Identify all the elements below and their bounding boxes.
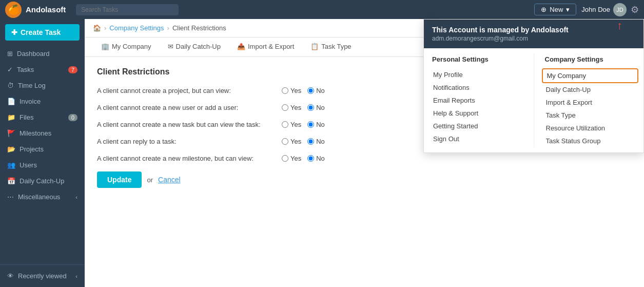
sidebar-item-users[interactable]: 👥 Users — [0, 157, 85, 173]
radio-no-label: No — [316, 138, 325, 145]
cancel-button[interactable]: Cancel — [158, 176, 181, 184]
chevron-down-icon: ▾ — [566, 6, 570, 13]
radio-group: Yes No — [282, 87, 325, 94]
new-button[interactable]: ⊕ New ▾ — [534, 4, 576, 15]
radio-yes-label: Yes — [290, 121, 301, 128]
catchup-tab-icon: ✉ — [168, 43, 173, 50]
personal-settings-title: Personal Settings — [429, 53, 526, 65]
create-task-button[interactable]: ✚ Create Task — [5, 24, 80, 41]
action-row: Update or Cancel — [97, 171, 632, 188]
top-navigation: 🍊 Andolasoft ⊕ New ▾ John Doe JD ⚙ ↑ Thi… — [0, 0, 644, 19]
radio-yes-label: Yes — [290, 138, 301, 145]
radio-no[interactable]: No — [307, 138, 325, 145]
update-button[interactable]: Update — [97, 171, 142, 188]
radio-input-yes[interactable] — [282, 121, 288, 128]
files-badge: 0 — [68, 114, 77, 121]
radio-input-yes[interactable] — [282, 155, 288, 162]
tab-task-type[interactable]: 📋 Task Type — [302, 37, 359, 56]
breadcrumb-sep2: › — [167, 24, 169, 32]
radio-yes[interactable]: Yes — [282, 138, 301, 145]
sidebar-label: Dashboard — [17, 50, 50, 58]
radio-no[interactable]: No — [307, 121, 325, 128]
sidebar-item-projects[interactable]: 📂 Projects — [0, 141, 85, 157]
sidebar-item-miscellaneous[interactable]: ⋯ Miscellaneous ‹ — [0, 189, 85, 205]
menu-my-profile[interactable]: My Profile — [429, 68, 526, 81]
menu-email-reports[interactable]: Email Reports — [429, 94, 526, 107]
tab-label: Task Type — [321, 43, 351, 50]
misc-icon: ⋯ — [7, 193, 14, 201]
company-settings-title: Company Settings — [542, 53, 639, 65]
radio-yes-label: Yes — [290, 104, 301, 111]
radio-no-label: No — [316, 121, 325, 128]
radio-no-label: No — [316, 104, 325, 111]
restriction-label: A client cannot create a new user or add… — [97, 104, 282, 111]
radio-no[interactable]: No — [307, 87, 325, 94]
radio-input-no[interactable] — [307, 138, 314, 145]
import-export-tab-icon: 📤 — [237, 43, 245, 50]
radio-input-no[interactable] — [307, 87, 314, 94]
search-input[interactable] — [76, 4, 179, 15]
tab-my-company[interactable]: 🏢 My Company — [93, 37, 160, 56]
app-logo[interactable]: 🍊 — [5, 2, 22, 18]
task-type-tab-icon: 📋 — [310, 43, 319, 50]
sidebar-item-milestones[interactable]: 🚩 Milestones — [0, 125, 85, 141]
menu-resource-utilization[interactable]: Resource Utilization — [542, 122, 639, 135]
tasks-icon: ✓ — [7, 66, 13, 73]
menu-getting-started[interactable]: Getting Started — [429, 120, 526, 132]
sidebar-nav: ⊞ Dashboard ✓ Tasks 7 ⏱ Time Log 📄 Invoi… — [0, 46, 85, 264]
dropdown-header: This Account is managed by Andolasoft ad… — [424, 20, 643, 48]
sidebar-item-tasks[interactable]: ✓ Tasks 7 — [0, 62, 85, 78]
sidebar-item-timelog[interactable]: ⏱ Time Log — [0, 78, 85, 93]
menu-daily-catchup[interactable]: Daily Catch-Up — [542, 83, 639, 96]
sidebar-item-invoice[interactable]: 📄 Invoice — [0, 93, 85, 109]
menu-notifications[interactable]: Notifications — [429, 81, 526, 94]
radio-input-yes[interactable] — [282, 138, 288, 145]
radio-yes[interactable]: Yes — [282, 155, 301, 162]
app-brand: Andolasoft — [26, 5, 66, 14]
account-email: adm.demorangescrum@gmail.com — [432, 35, 635, 42]
sidebar-label: Daily Catch-Up — [19, 177, 64, 185]
menu-task-type[interactable]: Task Type — [542, 109, 639, 122]
radio-yes[interactable]: Yes — [282, 121, 301, 128]
company-settings-col: Company Settings My Company Daily Catch-… — [537, 53, 644, 147]
settings-icon[interactable]: ⚙ — [631, 4, 639, 15]
radio-yes[interactable]: Yes — [282, 104, 301, 111]
home-icon[interactable]: 🏠 — [93, 24, 101, 32]
company-tab-icon: 🏢 — [101, 43, 109, 50]
radio-input-yes[interactable] — [282, 104, 288, 111]
projects-icon: 📂 — [7, 145, 15, 153]
menu-my-company[interactable]: My Company — [542, 68, 639, 83]
dropdown-divider — [534, 53, 534, 147]
recently-viewed-icon: 👁 — [7, 272, 14, 280]
dashboard-icon: ⊞ — [7, 50, 13, 58]
sidebar-label: Invoice — [19, 98, 41, 105]
sidebar-item-recently-viewed[interactable]: 👁 Recently viewed ‹ — [0, 268, 85, 284]
radio-input-yes[interactable] — [282, 87, 288, 94]
tab-daily-catchup[interactable]: ✉ Daily Catch-Up — [160, 37, 229, 56]
tab-import-export[interactable]: 📤 Import & Export — [229, 37, 302, 56]
tab-label: Import & Export — [248, 43, 294, 50]
personal-settings-col: Personal Settings My Profile Notificatio… — [424, 53, 531, 147]
create-task-icon: ✚ — [11, 28, 17, 36]
menu-sign-out[interactable]: Sign Out — [429, 132, 526, 145]
restriction-label: A client can reply to a task: — [97, 138, 282, 145]
radio-group: Yes No — [282, 121, 325, 128]
menu-import-export[interactable]: Import & Export — [542, 96, 639, 109]
menu-help-support[interactable]: Help & Support — [429, 107, 526, 120]
radio-no[interactable]: No — [307, 104, 325, 111]
sidebar: ✚ Create Task ⊞ Dashboard ✓ Tasks 7 ⏱ Ti… — [0, 19, 85, 287]
breadcrumb-sep: › — [104, 24, 106, 32]
breadcrumb-company-settings[interactable]: Company Settings — [109, 24, 164, 32]
radio-input-no[interactable] — [307, 104, 314, 111]
sidebar-item-daily-catchup[interactable]: 📅 Daily Catch-Up — [0, 173, 85, 189]
sidebar-item-dashboard[interactable]: ⊞ Dashboard — [0, 46, 85, 62]
radio-input-no[interactable] — [307, 121, 314, 128]
radio-yes[interactable]: Yes — [282, 87, 301, 94]
menu-task-status-group[interactable]: Task Status Group — [542, 135, 639, 147]
user-menu[interactable]: John Doe JD — [581, 3, 627, 16]
radio-input-no[interactable] — [307, 155, 314, 162]
sidebar-item-files[interactable]: 📁 Files 0 — [0, 109, 85, 125]
radio-no[interactable]: No — [307, 155, 325, 162]
sidebar-label: Projects — [19, 145, 44, 153]
account-title: This Account is managed by Andolasoft — [432, 26, 635, 34]
